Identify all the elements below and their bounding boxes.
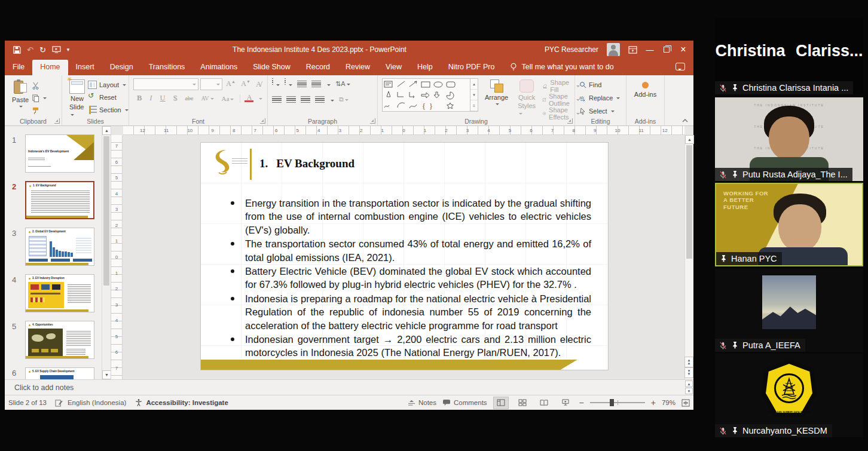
thumbnail-slide-5[interactable]: 5 4. Opportunities xyxy=(5,321,111,359)
decrease-font-button[interactable]: A▼ xyxy=(239,79,252,88)
tab-insert[interactable]: Insert xyxy=(68,60,102,75)
ribbon-display-options-icon[interactable] xyxy=(628,46,637,54)
start-slideshow-icon[interactable] xyxy=(52,46,61,53)
bold-button[interactable]: B xyxy=(135,94,143,103)
tab-help[interactable]: Help xyxy=(409,60,441,75)
align-right-icon[interactable] xyxy=(301,96,310,103)
zoom-slider-knob[interactable] xyxy=(610,399,614,406)
paragraph-dialog-launcher[interactable] xyxy=(370,118,375,124)
shape-outline-button[interactable]: Shape Outline xyxy=(542,94,580,106)
thumbnail-slide-1[interactable]: 1 Indonesia's EV Development xyxy=(5,134,111,173)
slide-canvas-area[interactable]: 1.EV Background Energy transition in the… xyxy=(123,135,684,379)
thumb-scroll-thumb[interactable] xyxy=(103,136,109,286)
pin-icon[interactable] xyxy=(731,341,739,349)
feedback-icon[interactable] xyxy=(676,63,685,70)
customize-qat-icon[interactable]: ▾ xyxy=(67,47,70,53)
slide-title[interactable]: 1.EV Background xyxy=(259,157,354,170)
participant-tile-hanan[interactable]: WORKING FOR A BETTER FUTURE Hanan PYC xyxy=(715,183,863,266)
line-spacing-button[interactable] xyxy=(326,78,331,89)
section-button[interactable]: Section xyxy=(88,104,129,116)
zoom-level[interactable]: 79% xyxy=(662,399,676,406)
strikethrough-button[interactable]: abc xyxy=(184,95,195,102)
increase-font-button[interactable]: A▲ xyxy=(224,79,237,88)
thumb-scroll-down-icon[interactable]: ▼ xyxy=(102,370,111,379)
thumbnail-slide-4[interactable]: 4 3. EV Industry Disruption xyxy=(5,274,111,312)
replace-button[interactable]: abReplace xyxy=(579,92,622,104)
font-dialog-launcher[interactable] xyxy=(260,118,265,124)
columns-button[interactable] xyxy=(329,94,334,105)
pin-icon[interactable] xyxy=(731,170,739,179)
format-painter-button[interactable] xyxy=(32,105,47,116)
account-avatar[interactable] xyxy=(607,43,620,56)
change-case-button[interactable]: Aa xyxy=(220,95,236,102)
thumbnail-scrollbar[interactable]: ▲ ▼ xyxy=(102,126,111,379)
participant-tile-christina[interactable]: Christina Clariss... Christina Clarissa … xyxy=(715,18,863,94)
tab-animations[interactable]: Animations xyxy=(192,60,245,75)
slideshow-view-button[interactable] xyxy=(558,397,573,409)
participant-tile-nurcahyanto[interactable]: ENERGI DAN SUMBER DAYA MINERAL Nurcahyan… xyxy=(715,354,863,437)
reading-view-button[interactable] xyxy=(536,397,552,409)
justify-icon[interactable] xyxy=(315,96,325,103)
copy-button[interactable] xyxy=(32,92,47,104)
zoom-in-button[interactable]: + xyxy=(651,398,656,407)
quick-styles-button[interactable]: Quick Styles xyxy=(515,78,539,118)
cut-button[interactable] xyxy=(32,79,47,91)
tab-record[interactable]: Record xyxy=(298,60,338,75)
shape-fill-button[interactable]: Shape Fill xyxy=(542,80,580,92)
comments-toggle[interactable]: Comments xyxy=(442,399,487,406)
italic-button[interactable]: I xyxy=(148,94,154,103)
zoom-slider[interactable] xyxy=(590,402,645,403)
slide-scroll-up-icon[interactable]: ▲ xyxy=(685,135,694,144)
participant-tile-putra[interactable]: Putra A_IEEFA xyxy=(715,268,863,352)
notes-pane[interactable]: Click to add notes ▲ ▼ xyxy=(5,379,693,395)
accessibility-status[interactable]: Accessibility: Investigate xyxy=(146,399,228,406)
save-icon[interactable] xyxy=(13,46,21,54)
previous-slide-button[interactable]: ▲▲ xyxy=(684,357,693,367)
participant-tile-putu[interactable]: THE INDONESIAN INSTITUTE THE INDONESIAN … xyxy=(715,97,863,181)
align-center-icon[interactable] xyxy=(286,96,296,103)
underline-button[interactable]: U xyxy=(158,94,167,103)
character-spacing-button[interactable]: AV xyxy=(199,95,215,102)
pin-icon[interactable] xyxy=(720,254,728,263)
slide-scrollbar[interactable]: ▲ ▲▲ ▼▼ xyxy=(684,135,693,379)
addins-button[interactable]: Add-ins xyxy=(631,78,660,99)
select-button[interactable]: Select xyxy=(579,105,622,117)
tab-home[interactable]: Home xyxy=(32,60,68,75)
notes-toggle[interactable]: Notes xyxy=(408,399,436,406)
tab-slide-show[interactable]: Slide Show xyxy=(245,60,298,75)
tell-me-box[interactable]: Tell me what you want to do xyxy=(502,60,621,75)
thumbnail-slide-2[interactable]: 2 1. EV Background xyxy=(5,181,111,219)
language-indicator[interactable]: English (Indonesia) xyxy=(68,399,126,406)
font-name-combo[interactable] xyxy=(133,78,198,90)
clear-formatting-button[interactable]: A̸ xyxy=(254,80,263,89)
shape-gallery[interactable]: { } xyxy=(382,78,470,112)
text-direction-button[interactable]: ⇅A xyxy=(335,80,350,88)
undo-icon[interactable]: ↶ xyxy=(27,45,33,54)
text-shadow-button[interactable]: S xyxy=(172,94,179,103)
slide-indicator[interactable]: Slide 2 of 13 xyxy=(8,399,47,406)
decrease-indent-icon[interactable] xyxy=(297,81,307,87)
tab-file[interactable]: File xyxy=(5,60,32,75)
clipboard-dialog-launcher[interactable] xyxy=(54,118,60,124)
notes-scroll-down-icon[interactable]: ▼ xyxy=(685,388,693,394)
zoom-out-button[interactable]: − xyxy=(579,398,584,407)
bullets-button[interactable] xyxy=(272,78,280,89)
redo-icon[interactable]: ↻ xyxy=(39,45,46,54)
tab-view[interactable]: View xyxy=(378,60,409,75)
fit-slide-icon[interactable] xyxy=(681,399,690,407)
reset-button[interactable]: Reset xyxy=(88,91,129,103)
thumb-scroll-up-icon[interactable]: ▲ xyxy=(102,126,111,135)
align-left-icon[interactable] xyxy=(272,96,282,103)
thumbnail-slide-6[interactable]: 6 5. EV Supply Chain Development xyxy=(5,367,111,379)
close-button[interactable]: × xyxy=(679,45,687,54)
bullet-list[interactable]: Energy transition in the transportation … xyxy=(228,197,591,360)
collapse-ribbon-icon[interactable] xyxy=(681,118,689,123)
find-button[interactable]: Find xyxy=(579,79,622,91)
drawing-dialog-launcher[interactable] xyxy=(567,118,573,124)
next-slide-button[interactable]: ▼▼ xyxy=(684,367,693,378)
pin-icon[interactable] xyxy=(731,84,739,92)
pin-icon[interactable] xyxy=(731,427,739,435)
slide[interactable]: 1.EV Background Energy transition in the… xyxy=(201,143,608,370)
tab-design[interactable]: Design xyxy=(102,60,141,75)
tab-review[interactable]: Review xyxy=(338,60,378,75)
